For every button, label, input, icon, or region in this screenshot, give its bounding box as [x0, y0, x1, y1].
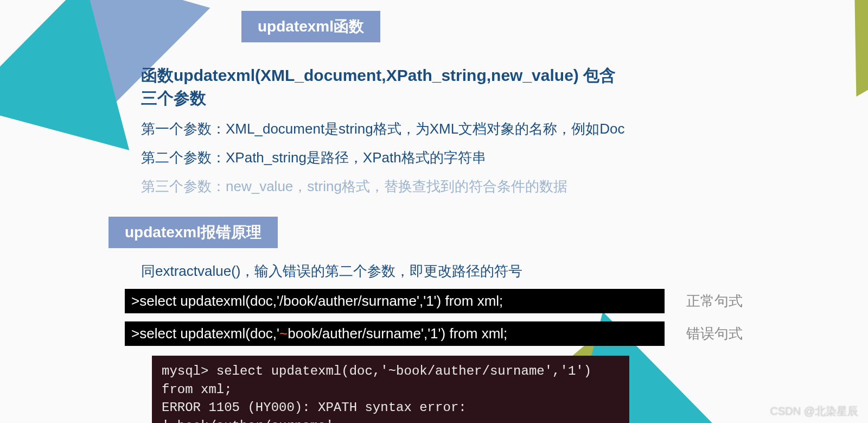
param-description-2: 第二个参数：XPath_string是路径，XPath格式的字符串	[141, 148, 868, 167]
param-description-3: 第三个参数：new_value，string格式，替换查找到的符合条件的数据	[141, 177, 868, 196]
terminal-output: mysql> select updatexml(doc,'~book/authe…	[152, 356, 629, 423]
error-principle-description: 同extractvalue()，输入错误的第二个参数，即更改路径的符号	[141, 262, 868, 281]
slide-content: updatexml函数 函数updatexml(XML_document,XPa…	[0, 0, 868, 423]
code-error-prefix: >select updatexml(doc,'	[131, 325, 279, 342]
code-label-normal: 正常句式	[686, 292, 743, 311]
code-block-normal: >select updatexml(doc,'/book/auther/surn…	[125, 289, 665, 313]
terminal-line-1: mysql> select updatexml(doc,'~book/authe…	[162, 362, 620, 399]
code-label-error: 错误句式	[686, 324, 743, 343]
heading-line-2: 三个参数	[141, 89, 206, 107]
code-error-tilde: ~	[279, 325, 288, 342]
param-description-1: 第一个参数：XML_document是string格式，为XML文档对象的名称，…	[141, 119, 868, 138]
terminal-line-2: ERROR 1105 (HY000): XPATH syntax error: …	[162, 399, 620, 423]
section-title-badge-1: updatexml函数	[241, 11, 380, 42]
code-row-error: >select updatexml(doc,'~book/auther/surn…	[125, 321, 868, 346]
code-block-error: >select updatexml(doc,'~book/auther/surn…	[125, 321, 665, 346]
watermark-text: CSDN @北染星辰	[770, 404, 858, 419]
function-signature-heading: 函数updatexml(XML_document,XPath_string,ne…	[141, 64, 656, 110]
code-row-normal: >select updatexml(doc,'/book/auther/surn…	[125, 289, 868, 313]
heading-line-1: 函数updatexml(XML_document,XPath_string,ne…	[141, 66, 616, 84]
code-error-suffix: book/auther/surname','1') from xml;	[288, 325, 507, 342]
section-title-badge-2: updatexml报错原理	[108, 217, 278, 248]
